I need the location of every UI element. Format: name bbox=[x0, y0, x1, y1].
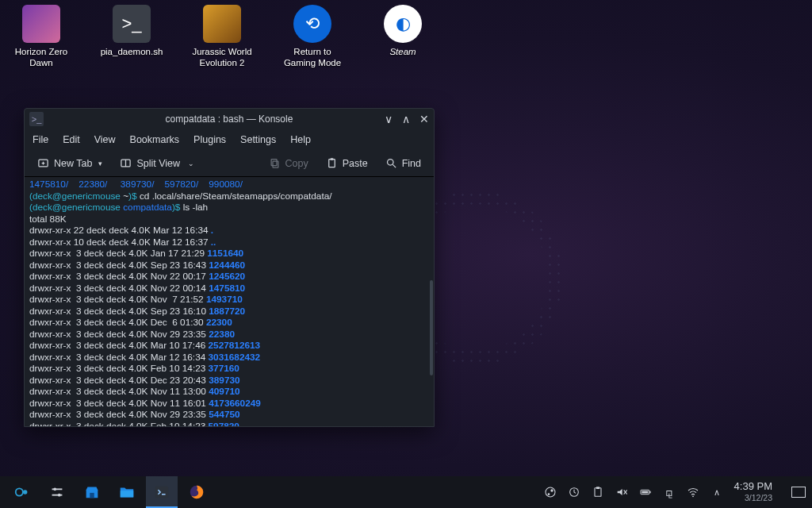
desktop-icon[interactable]: Jurassic World Evolution 2 bbox=[189, 5, 255, 68]
desktop-icon[interactable]: ⟲Return to Gaming Mode bbox=[279, 5, 346, 68]
system-tray: ⚼ ∧ bbox=[544, 486, 723, 498]
svg-rect-3 bbox=[273, 161, 278, 167]
svg-rect-6 bbox=[330, 158, 333, 160]
svg-point-21 bbox=[547, 493, 550, 495]
wifi-icon[interactable] bbox=[687, 486, 699, 498]
show-desktop-button[interactable] bbox=[791, 487, 806, 498]
svg-rect-29 bbox=[642, 491, 648, 494]
svg-rect-24 bbox=[596, 487, 599, 489]
copy-icon bbox=[269, 157, 281, 169]
clock[interactable]: 4:39 PM 3/12/23 bbox=[734, 481, 772, 503]
tray-expand-icon[interactable]: ∧ bbox=[710, 486, 723, 498]
menu-bookmarks[interactable]: Bookmarks bbox=[130, 134, 180, 145]
copy-label: Copy bbox=[285, 158, 308, 169]
desktop-icon-thumb: ⟲ bbox=[293, 5, 331, 43]
copy-button: Copy bbox=[264, 155, 313, 171]
desktop-icon-label: Return to Gaming Mode bbox=[279, 46, 346, 68]
find-label: Find bbox=[402, 158, 421, 169]
svg-rect-4 bbox=[271, 160, 277, 166]
svg-point-14 bbox=[58, 494, 61, 497]
app-launcher-button[interactable] bbox=[6, 476, 38, 508]
clock-date: 3/12/23 bbox=[734, 492, 772, 503]
svg-point-30 bbox=[692, 495, 694, 497]
desktop-icon-label: Horizon Zero Dawn bbox=[8, 46, 75, 68]
menu-edit[interactable]: Edit bbox=[63, 134, 80, 145]
split-view-icon bbox=[120, 157, 132, 169]
maximize-button[interactable]: ∧ bbox=[402, 113, 410, 125]
paste-button[interactable]: Paste bbox=[321, 155, 373, 171]
updater-tray-icon[interactable] bbox=[568, 486, 580, 498]
window-title: compatdata : bash — Konsole bbox=[25, 114, 434, 125]
terminal-output[interactable]: 1475810/ 22380/ 389730/ 597820/ 990080/(… bbox=[25, 177, 434, 426]
scrollbar-thumb[interactable] bbox=[430, 280, 433, 375]
menu-help[interactable]: Help bbox=[290, 134, 311, 145]
new-tab-button[interactable]: New Tab ▾ bbox=[33, 155, 107, 171]
chevron-down-icon: ⌄ bbox=[188, 160, 194, 167]
desktop-icon[interactable]: >_pia_daemon.sh bbox=[98, 5, 165, 68]
system-settings-button[interactable] bbox=[41, 476, 73, 508]
desktop-icons: Horizon Zero Dawn>_pia_daemon.shJurassic… bbox=[8, 5, 436, 68]
paste-icon bbox=[326, 157, 338, 169]
bluetooth-icon[interactable]: ⚼ bbox=[663, 486, 676, 498]
split-view-label: Split View bbox=[136, 158, 180, 169]
svg-rect-5 bbox=[328, 160, 335, 167]
menu-settings[interactable]: Settings bbox=[240, 134, 276, 145]
svg-rect-17 bbox=[155, 487, 169, 498]
split-view-button[interactable]: Split View ⌄ bbox=[115, 155, 199, 171]
svg-rect-15 bbox=[90, 493, 94, 498]
svg-point-10 bbox=[23, 490, 27, 495]
window-titlebar[interactable]: >_ compatdata : bash — Konsole ∨ ∧ ✕ bbox=[25, 109, 434, 129]
firefox-button[interactable] bbox=[181, 476, 213, 508]
svg-point-9 bbox=[16, 488, 23, 495]
desktop-icon-thumb: ◐ bbox=[384, 5, 422, 43]
desktop-icon-thumb: >_ bbox=[113, 5, 151, 43]
konsole-window: >_ compatdata : bash — Konsole ∨ ∧ ✕ Fil… bbox=[24, 108, 435, 427]
new-tab-icon bbox=[37, 157, 49, 169]
menu-file[interactable]: File bbox=[33, 134, 48, 145]
steam-tray-icon[interactable] bbox=[544, 486, 557, 498]
close-button[interactable]: ✕ bbox=[419, 113, 429, 125]
konsole-task-button[interactable] bbox=[146, 476, 178, 508]
volume-muted-icon[interactable] bbox=[615, 486, 628, 498]
svg-point-12 bbox=[53, 488, 56, 491]
menubar: FileEditViewBookmarksPluginsSettingsHelp bbox=[25, 129, 434, 150]
battery-icon[interactable] bbox=[639, 486, 652, 498]
svg-point-7 bbox=[387, 160, 393, 166]
dolphin-files-button[interactable] bbox=[111, 476, 143, 508]
chevron-down-icon: ▾ bbox=[98, 160, 102, 167]
desktop-icon-label: pia_daemon.sh bbox=[101, 46, 163, 57]
taskbar: ⚼ ∧ 4:39 PM 3/12/23 bbox=[0, 476, 812, 508]
discover-store-button[interactable] bbox=[76, 476, 108, 508]
clipboard-tray-icon[interactable] bbox=[592, 486, 604, 498]
svg-rect-28 bbox=[649, 491, 650, 494]
desktop-icon-label: Jurassic World Evolution 2 bbox=[189, 46, 255, 68]
find-button[interactable]: Find bbox=[381, 155, 426, 171]
svg-rect-16 bbox=[121, 491, 134, 497]
paste-label: Paste bbox=[343, 158, 368, 169]
menu-view[interactable]: View bbox=[94, 134, 116, 145]
desktop-icon[interactable]: Horizon Zero Dawn bbox=[8, 5, 75, 68]
desktop-icon-thumb bbox=[22, 5, 60, 43]
desktop-icon-label: Steam bbox=[389, 46, 416, 57]
menu-plugins[interactable]: Plugins bbox=[193, 134, 226, 145]
svg-line-8 bbox=[393, 164, 396, 167]
svg-point-20 bbox=[550, 489, 553, 491]
new-tab-label: New Tab bbox=[54, 158, 92, 169]
desktop-icon[interactable]: ◐Steam bbox=[370, 5, 436, 68]
svg-point-19 bbox=[546, 487, 555, 497]
desktop-icon-thumb bbox=[203, 5, 241, 43]
search-icon bbox=[385, 157, 397, 169]
toolbar: New Tab ▾ Split View ⌄ Copy Paste Find bbox=[25, 150, 434, 177]
svg-rect-23 bbox=[595, 488, 601, 497]
clock-time: 4:39 PM bbox=[734, 481, 772, 492]
minimize-button[interactable]: ∨ bbox=[385, 113, 393, 125]
